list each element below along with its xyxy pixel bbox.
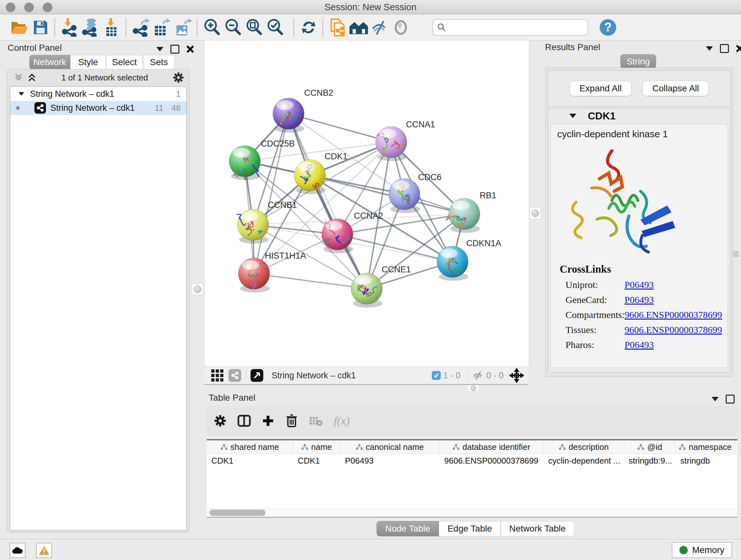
float-panel-icon[interactable] [171, 45, 179, 54]
table-cell[interactable]: 9606.ENSP00000378699 [440, 454, 544, 468]
section-collapse-icon[interactable] [569, 114, 576, 118]
tab-edge-table[interactable]: Edge Table [439, 521, 501, 537]
right-splitter-grip[interactable] [529, 207, 541, 219]
panel-menu-icon[interactable] [706, 46, 713, 51]
export-table-button[interactable] [151, 17, 172, 38]
table-cell[interactable]: stringdb:9... [624, 454, 676, 468]
open-session-button[interactable] [9, 17, 30, 38]
save-session-button[interactable] [30, 17, 51, 38]
bottom-splitter-grip[interactable] [468, 385, 479, 392]
help-button[interactable]: ? [600, 19, 616, 36]
table-cell[interactable]: P06493 [340, 454, 440, 468]
tissues-link[interactable]: 9606.ENSP00000378699 [624, 324, 722, 335]
column-header[interactable]: name [293, 440, 340, 454]
graph-node-HIST1H1A[interactable] [239, 258, 270, 289]
show-columns-icon[interactable] [238, 414, 251, 428]
delete-column-trash-icon[interactable] [285, 414, 298, 428]
graph-node-CDKN1A[interactable] [437, 246, 468, 277]
scrollbar-thumb[interactable] [209, 509, 266, 516]
gear-icon[interactable] [173, 72, 184, 83]
apply-layout-button[interactable] [298, 17, 319, 38]
close-panel-icon[interactable] [186, 45, 194, 53]
graph-edge-HIST1H1A-CCNE1[interactable] [254, 273, 367, 289]
zoom-selected-button[interactable] [265, 17, 286, 38]
import-network-database-button[interactable] [80, 17, 101, 38]
pan-crosshair-icon[interactable] [509, 368, 524, 383]
table-cell[interactable]: CDK1 [207, 454, 293, 468]
cdk1-section-header[interactable]: CDK1 [548, 109, 730, 123]
panel-menu-icon[interactable] [712, 397, 719, 401]
memory-button[interactable]: Memory [672, 542, 732, 558]
network-share-icon[interactable] [228, 369, 241, 382]
tab-network[interactable]: Network [29, 55, 70, 70]
collection-expand-icon[interactable] [18, 92, 24, 96]
tab-network-table[interactable]: Network Table [501, 521, 575, 537]
panel-menu-icon[interactable] [156, 47, 163, 51]
warnings-button[interactable] [36, 543, 52, 558]
table-mode-gear-icon[interactable] [214, 415, 226, 427]
graph-node-RB1[interactable] [446, 198, 480, 230]
zoom-in-button[interactable] [201, 17, 222, 38]
table-horizontal-scrollbar[interactable] [207, 508, 737, 517]
zoom-in-icon [203, 18, 221, 37]
genecard-link[interactable]: P06493 [624, 294, 654, 305]
table-row[interactable]: CDK1CDK1P064939606.ENSP00000378699cyclin… [207, 454, 737, 468]
graph-node-CCNA2[interactable] [322, 219, 353, 250]
expand-all-icon[interactable] [27, 73, 37, 82]
float-panel-icon[interactable] [726, 395, 735, 403]
graph-node-CCNB1[interactable] [237, 209, 269, 240]
add-column-icon[interactable] [262, 415, 274, 427]
graph-edge-CCNB2-HIST1H1A[interactable] [254, 114, 288, 273]
import-network-file-button[interactable] [59, 17, 80, 38]
graph-node-CDC6[interactable] [389, 179, 420, 210]
left-splitter-grip[interactable] [192, 284, 203, 295]
graph-node-CDK1[interactable] [294, 160, 326, 191]
network-canvas[interactable]: CCNB2CCNA1CDC25BCDK1CDC6RB1CCNB1CCNA2CDK… [204, 40, 529, 367]
collapse-all-button[interactable]: Collapse All [643, 81, 709, 96]
network-row-selected[interactable]: String Network – cdk1 11 48 [10, 101, 186, 115]
column-header[interactable]: namespace [676, 440, 735, 454]
compartments-link[interactable]: 9606.ENSP00000378699 [624, 309, 722, 320]
graph-node-CCNA1[interactable] [376, 126, 407, 158]
close-panel-icon[interactable] [736, 45, 741, 52]
network-graph[interactable]: CCNB2CCNA1CDC25BCDK1CDC6RB1CCNB1CCNA2CDK… [205, 41, 529, 367]
search-input[interactable] [447, 22, 584, 33]
table-cell[interactable]: CDK1 [293, 454, 340, 468]
cloud-status-button[interactable] [10, 543, 25, 558]
pharos-link[interactable]: P06493 [624, 339, 654, 350]
column-header-label: description [569, 442, 609, 452]
column-header[interactable]: @id [624, 440, 676, 454]
column-header[interactable]: description [544, 440, 624, 454]
graph-edge-CCNB2-CCNE1[interactable] [288, 114, 367, 289]
selected-checkbox-icon[interactable] [432, 371, 441, 380]
tab-sets[interactable]: Sets [143, 55, 175, 70]
tab-node-table[interactable]: Node Table [377, 521, 439, 537]
show-all-button[interactable] [390, 17, 411, 38]
uniprot-link[interactable]: P06493 [624, 279, 654, 290]
graph-node-CCNE1[interactable] [351, 273, 382, 304]
graph-node-CCNB2[interactable] [273, 98, 304, 129]
column-header[interactable]: database identifier [440, 440, 544, 454]
export-network-button[interactable] [130, 17, 151, 38]
expand-all-button[interactable]: Expand All [569, 81, 631, 96]
tab-string[interactable]: String [620, 54, 656, 69]
table-cell[interactable]: cyclin-dependent ... [544, 454, 624, 468]
network-row-label: String Network – cdk1 [51, 103, 135, 113]
column-header[interactable]: canonical name [340, 440, 440, 454]
zoom-fit-button[interactable] [244, 17, 265, 38]
tab-style[interactable]: Style [70, 55, 106, 70]
birdseye-view-icon[interactable] [211, 369, 223, 381]
show-welcome-button[interactable] [348, 17, 369, 38]
network-from-selection-button[interactable] [327, 17, 348, 38]
zoom-out-button[interactable] [222, 17, 244, 38]
import-table-button[interactable] [101, 17, 122, 38]
collapse-all-icon[interactable] [14, 73, 23, 82]
table-cell[interactable]: stringdb [676, 454, 735, 468]
tab-select[interactable]: Select [106, 55, 143, 70]
hide-selected-button[interactable] [369, 17, 390, 38]
column-header[interactable]: shared name [207, 440, 293, 454]
export-image-button[interactable] [172, 17, 193, 38]
network-collection-row[interactable]: String Network – cdk1 1 [10, 87, 186, 101]
open-in-window-icon[interactable] [251, 369, 263, 382]
float-panel-icon[interactable] [720, 44, 729, 53]
